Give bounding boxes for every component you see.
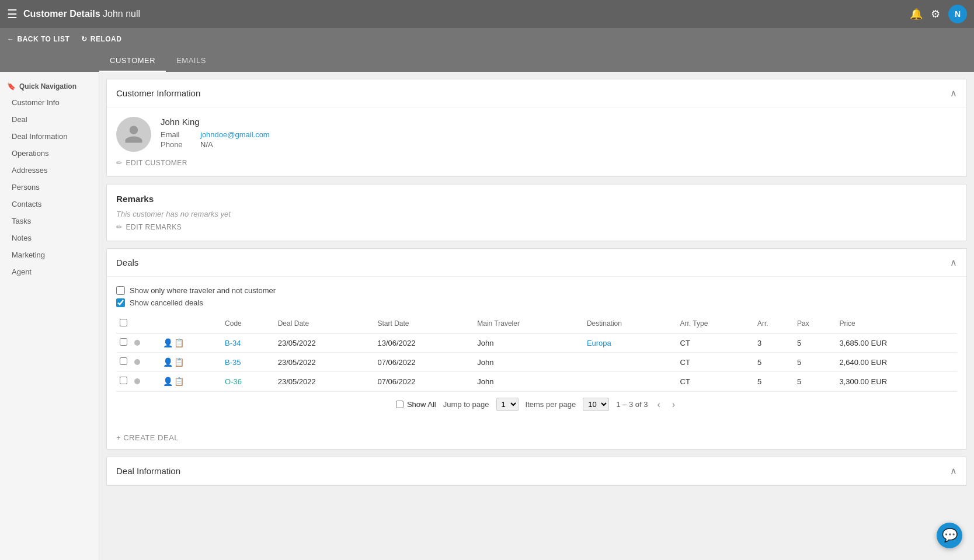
main-traveler-1: John <box>474 353 583 372</box>
sidebar-item-deal-information[interactable]: Deal Information <box>0 128 99 145</box>
sidebar-item-operations[interactable]: Operations <box>0 145 99 162</box>
sidebar-item-persons[interactable]: Persons <box>0 179 99 196</box>
row-checkbox-2[interactable] <box>120 377 127 384</box>
person-icon-2: 👤 <box>163 377 173 386</box>
back-arrow-icon: ← <box>7 35 15 43</box>
edit-remarks-button[interactable]: ✏ EDIT REMARKS <box>116 223 957 231</box>
table-row: 👤 📋 B-34 23/05/2022 13/06/2022 John Euro… <box>116 333 957 353</box>
filter-traveler-checkbox[interactable] <box>116 286 125 295</box>
start-date-0: 13/06/2022 <box>374 333 474 353</box>
deal-code-1[interactable]: B-35 <box>225 358 241 367</box>
email-value: johndoe@gmail.com <box>200 130 270 139</box>
deal-code-2[interactable]: O-36 <box>225 377 242 386</box>
top-bar: ☰ Customer Details John null 🔔 ⚙ N <box>0 0 974 28</box>
sidebar-item-addresses[interactable]: Addresses <box>0 162 99 179</box>
destination-1 <box>583 353 677 372</box>
back-to-list-button[interactable]: ← BACK TO LIST <box>7 35 69 43</box>
table-row: 👤 📋 O-36 23/05/2022 07/06/2022 John CT 5… <box>116 372 957 391</box>
page-info: 1 – 3 of 3 <box>616 400 648 409</box>
next-page-button[interactable]: › <box>670 398 677 411</box>
price-1: 2,640.00 EUR <box>836 353 957 372</box>
deals-card: Deals ∧ Show only where traveler and not… <box>106 248 967 450</box>
row-icons-1: 👤 📋 <box>163 357 218 367</box>
deal-info-card: Deal Information ∧ <box>106 457 967 486</box>
customer-info-title: Customer Information <box>116 88 200 98</box>
sidebar-item-marketing[interactable]: Marketing <box>0 246 99 263</box>
tab-customer[interactable]: CUSTOMER <box>99 50 166 72</box>
settings-icon[interactable]: ⚙ <box>931 8 940 20</box>
price-2: 3,300.00 EUR <box>836 372 957 391</box>
tab-emails[interactable]: EMAILS <box>166 50 217 72</box>
chat-button[interactable]: 💬 <box>937 523 962 548</box>
deals-header: Deals ∧ <box>107 249 966 277</box>
arr-1: 5 <box>754 353 794 372</box>
deal-info-collapse-button[interactable]: ∧ <box>950 465 957 476</box>
filter-cancelled-row[interactable]: Show cancelled deals <box>116 298 957 307</box>
row-checkbox-0[interactable] <box>120 338 127 346</box>
folder-icon-0: 📋 <box>174 338 184 347</box>
top-bar-left: ☰ Customer Details John null <box>7 7 140 21</box>
sidebar-item-customer-info[interactable]: Customer Info <box>0 94 99 111</box>
pax-2: 5 <box>794 372 836 391</box>
col-price: Price <box>836 314 957 333</box>
top-bar-right: 🔔 ⚙ N <box>910 5 967 23</box>
create-deal-button[interactable]: + CREATE DEAL <box>107 426 966 449</box>
destination-2 <box>583 372 677 391</box>
filter-traveler-row[interactable]: Show only where traveler and not custome… <box>116 286 957 295</box>
reload-icon: ↻ <box>81 35 88 43</box>
sub-bar: ← BACK TO LIST ↻ RELOAD <box>0 28 974 50</box>
sidebar-item-deal[interactable]: Deal <box>0 111 99 128</box>
main-content: Customer Information ∧ John King Email j… <box>99 72 974 560</box>
avatar[interactable]: N <box>948 5 967 23</box>
row-checkbox-1[interactable] <box>120 357 127 365</box>
arr-0: 3 <box>754 333 794 353</box>
col-arr-type: Arr. Type <box>677 314 754 333</box>
deal-code-0[interactable]: B-34 <box>225 339 241 347</box>
deal-info-header: Deal Information ∧ <box>107 457 966 485</box>
deals-collapse-button[interactable]: ∧ <box>950 257 957 268</box>
customer-info-collapse-button[interactable]: ∧ <box>950 88 957 99</box>
deals-table: Code Deal Date Start Date Main Traveler … <box>116 314 957 391</box>
notification-icon[interactable]: 🔔 <box>910 8 923 20</box>
person-icon-0: 👤 <box>163 338 173 347</box>
sidebar-item-notes[interactable]: Notes <box>0 229 99 246</box>
sidebar-item-agent[interactable]: Agent <box>0 263 99 280</box>
sidebar-item-tasks[interactable]: Tasks <box>0 213 99 229</box>
row-icons-2: 👤 📋 <box>163 377 218 386</box>
menu-icon[interactable]: ☰ <box>7 7 18 21</box>
customer-contact-info: Email johndoe@gmail.com Phone N/A <box>161 130 270 149</box>
tabs-bar: CUSTOMER EMAILS <box>0 50 974 72</box>
show-all-checkbox[interactable] <box>396 401 403 408</box>
jump-to-page-select[interactable]: 1 <box>496 398 519 411</box>
start-date-2: 07/06/2022 <box>374 372 474 391</box>
jump-to-page-label: Jump to page <box>443 400 489 409</box>
col-status <box>131 314 159 333</box>
email-label: Email <box>161 130 196 139</box>
show-all-row: Show All <box>396 400 436 409</box>
customer-info-row: John King Email johndoe@gmail.com Phone … <box>116 117 957 152</box>
deal-date-2: 23/05/2022 <box>274 372 374 391</box>
remarks-card: Remarks This customer has no remarks yet… <box>106 184 967 241</box>
select-all-checkbox[interactable] <box>120 319 127 326</box>
person-icon-1: 👤 <box>163 357 173 367</box>
col-code: Code <box>221 314 274 333</box>
sidebar-section-header: 🔖 Quick Navigation <box>0 76 99 94</box>
reload-button[interactable]: ↻ RELOAD <box>81 35 121 43</box>
customer-info-header: Customer Information ∧ <box>107 79 966 107</box>
edit-customer-button[interactable]: ✏ EDIT CUSTOMER <box>116 159 957 167</box>
deals-body: Show only where traveler and not custome… <box>107 277 966 426</box>
page-title: Customer Details John null <box>23 9 140 19</box>
items-per-page-label: Items per page <box>526 400 576 409</box>
person-placeholder-icon <box>123 124 144 145</box>
edit-remarks-icon: ✏ <box>116 223 123 231</box>
items-per-page-select[interactable]: 10 <box>583 398 609 411</box>
filter-cancelled-checkbox[interactable] <box>116 298 125 307</box>
sidebar-item-contacts[interactable]: Contacts <box>0 196 99 213</box>
prev-page-button[interactable]: ‹ <box>655 398 662 411</box>
customer-avatar <box>116 117 151 152</box>
deal-date-0: 23/05/2022 <box>274 333 374 353</box>
status-dot-1 <box>134 359 140 365</box>
col-pax: Pax <box>794 314 836 333</box>
pax-1: 5 <box>794 353 836 372</box>
col-icons <box>159 314 221 333</box>
